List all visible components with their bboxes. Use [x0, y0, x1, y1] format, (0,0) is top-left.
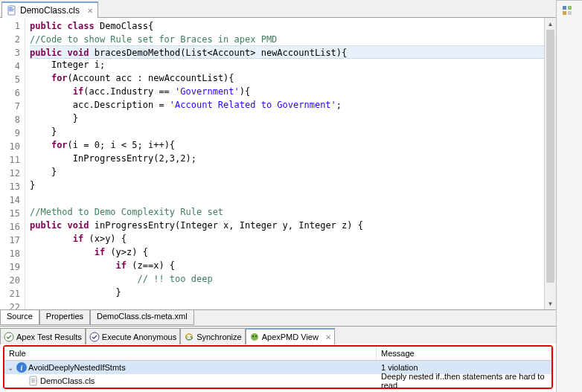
- panel-tab-execute-anonymous[interactable]: Execute Anonymous: [86, 328, 180, 344]
- code-line[interactable]: acc.Description = 'Account Related to Go…: [30, 98, 544, 112]
- terminal-icon: [89, 332, 100, 342]
- svg-point-8: [255, 335, 257, 337]
- code-line[interactable]: InProgressEntry(2,3,2);: [30, 152, 544, 165]
- svg-rect-1: [9, 7, 13, 8]
- svg-rect-12: [31, 382, 35, 382]
- line-number: 1: [0, 19, 20, 33]
- code-line[interactable]: }: [30, 299, 544, 309]
- svg-rect-16: [568, 11, 572, 15]
- svg-point-7: [252, 335, 254, 337]
- editor-tab-label: DemoClass.cls: [20, 5, 80, 16]
- line-number: 9: [0, 126, 20, 140]
- violations-panel: Rule Message ⌄i AvoidDeeplyNestedIfStmts…: [3, 345, 553, 389]
- code-line[interactable]: for(Account acc : newAccountList){: [30, 71, 544, 85]
- line-number: 7: [0, 100, 20, 113]
- svg-rect-15: [563, 11, 566, 15]
- line-number: 18: [0, 247, 20, 260]
- col-header-rule[interactable]: Rule: [4, 347, 377, 360]
- code-line[interactable]: }: [30, 179, 544, 192]
- line-number: 15: [0, 207, 20, 220]
- code-line[interactable]: [30, 192, 544, 205]
- outline-icon[interactable]: [562, 4, 577, 19]
- right-toolbar: [557, 0, 582, 392]
- code-area[interactable]: public class DemoClass{//Code to show Ru…: [25, 18, 544, 309]
- line-number: 11: [0, 153, 20, 167]
- line-number: 20: [0, 274, 20, 287]
- code-line[interactable]: Integer i;: [30, 58, 544, 71]
- line-number: 10: [0, 140, 20, 153]
- pmd-icon: [249, 332, 260, 342]
- line-number: 13: [0, 180, 20, 193]
- close-icon[interactable]: ✕: [87, 7, 93, 15]
- code-line[interactable]: // !! too deep: [30, 272, 544, 286]
- line-number: 16: [0, 220, 20, 234]
- scroll-up-icon[interactable]: ▲: [545, 18, 556, 30]
- code-line[interactable]: }: [30, 125, 544, 138]
- code-line[interactable]: for(i = 0; i < 5; i++){: [30, 138, 544, 152]
- expand-icon[interactable]: ⌄: [6, 364, 15, 372]
- svg-rect-11: [31, 380, 35, 381]
- editor-tab-bar: DemoClass.cls ✕: [0, 0, 556, 18]
- code-line[interactable]: if (x>y) {: [30, 232, 544, 245]
- vertical-scrollbar[interactable]: ▲ ▼: [544, 18, 556, 309]
- violations-body: ⌄i AvoidDeeplyNestedIfStmts1 violation D…: [4, 361, 551, 388]
- line-gutter: 12345678910111213141516171819202122: [0, 18, 25, 309]
- svg-rect-3: [9, 10, 13, 11]
- editor-bottom-tab-properties[interactable]: Properties: [39, 310, 90, 325]
- sync-icon: [184, 332, 194, 342]
- line-number: 19: [0, 260, 20, 274]
- code-line[interactable]: }: [30, 286, 544, 299]
- line-number: 21: [0, 287, 20, 301]
- scroll-down-icon[interactable]: ▼: [545, 298, 556, 309]
- line-number: 14: [0, 193, 20, 207]
- svg-rect-2: [9, 9, 14, 10]
- scroll-thumb[interactable]: [546, 30, 554, 283]
- panel-tab-apexpmd-view[interactable]: ApexPMD View✕: [246, 328, 335, 344]
- close-icon[interactable]: ✕: [325, 333, 331, 341]
- file-icon: [28, 376, 39, 386]
- line-number: 8: [0, 113, 20, 126]
- svg-rect-14: [568, 6, 572, 10]
- svg-rect-10: [31, 379, 35, 379]
- panel-tab-bar: Apex Test ResultsExecute AnonymousSynchr…: [0, 326, 556, 344]
- line-number: 12: [0, 167, 20, 180]
- editor-tab-democlass[interactable]: DemoClass.cls ✕: [1, 1, 98, 18]
- line-number: 3: [0, 46, 20, 60]
- line-number: 22: [0, 301, 20, 309]
- svg-rect-13: [563, 6, 566, 10]
- apex-file-icon: [7, 5, 17, 16]
- code-line[interactable]: }: [30, 112, 544, 125]
- editor-bottom-tab-democlass-cls-meta-xml[interactable]: DemoClass.cls-meta.xml: [90, 310, 194, 325]
- info-icon: i: [16, 362, 27, 373]
- code-line[interactable]: public class DemoClass{: [30, 19, 544, 33]
- code-line[interactable]: public void bracesDemoMethod(List<Accoun…: [30, 45, 544, 59]
- violation-item-row[interactable]: DemoClass.clsDeeply nested if..then stat…: [4, 374, 551, 388]
- check-icon: [4, 332, 14, 342]
- line-number: 5: [0, 73, 20, 86]
- code-line[interactable]: }: [30, 165, 544, 179]
- panel-tab-synchronize[interactable]: Synchronize: [180, 328, 246, 344]
- code-line[interactable]: if (z==x) {: [30, 259, 544, 272]
- code-line[interactable]: //Code to show Rule set for Braces in ap…: [30, 33, 544, 46]
- line-number: 17: [0, 234, 20, 247]
- editor-bottom-tabs: SourcePropertiesDemoClass.cls-meta.xml: [0, 309, 556, 326]
- code-line[interactable]: if(acc.Industry == 'Government'){: [30, 85, 544, 98]
- code-editor[interactable]: 12345678910111213141516171819202122 publ…: [0, 18, 556, 309]
- svg-point-6: [251, 333, 258, 341]
- code-line[interactable]: //Method to Demo Complexity Rule set: [30, 205, 544, 219]
- line-number: 2: [0, 33, 20, 46]
- code-line[interactable]: public void inProgressEntry(Integer x, I…: [30, 219, 544, 232]
- line-number: 6: [0, 86, 20, 100]
- violations-header: Rule Message: [4, 347, 551, 361]
- editor-bottom-tab-source[interactable]: Source: [0, 310, 39, 325]
- col-header-message[interactable]: Message: [377, 347, 551, 360]
- code-line[interactable]: if (y>z) {: [30, 245, 544, 259]
- panel-tab-apex-test-results[interactable]: Apex Test Results: [0, 328, 86, 344]
- line-number: 4: [0, 60, 20, 73]
